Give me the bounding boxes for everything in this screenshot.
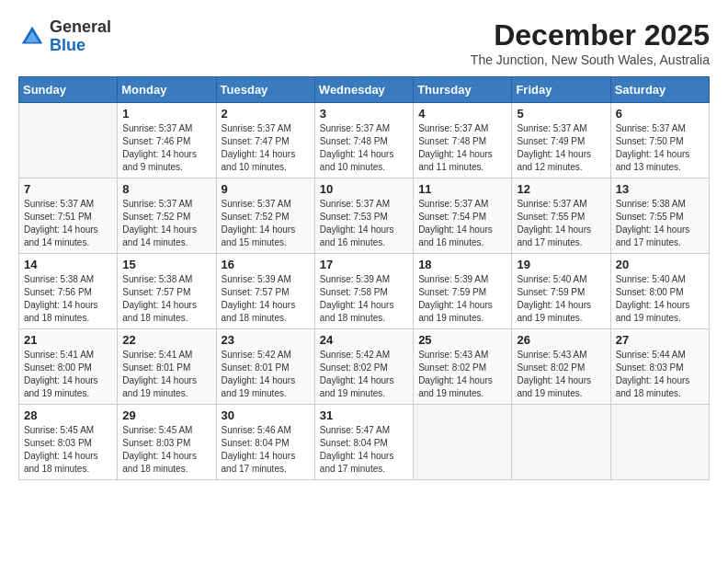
day-number: 17	[320, 258, 408, 271]
day-cell: 2Sunrise: 5:37 AM Sunset: 7:47 PM Daylig…	[216, 103, 314, 178]
day-cell	[414, 405, 512, 480]
day-cell: 5Sunrise: 5:37 AM Sunset: 7:49 PM Daylig…	[512, 103, 610, 178]
day-info: Sunrise: 5:39 AM Sunset: 7:58 PM Dayligh…	[320, 273, 408, 325]
day-info: Sunrise: 5:38 AM Sunset: 7:57 PM Dayligh…	[122, 273, 210, 325]
header-day-friday: Friday	[512, 77, 610, 103]
day-cell: 4Sunrise: 5:37 AM Sunset: 7:48 PM Daylig…	[414, 103, 512, 178]
day-number: 5	[517, 107, 605, 121]
day-number: 18	[418, 258, 506, 271]
day-number: 15	[122, 258, 210, 271]
day-info: Sunrise: 5:43 AM Sunset: 8:02 PM Dayligh…	[418, 349, 506, 400]
day-cell: 19Sunrise: 5:40 AM Sunset: 7:59 PM Dayli…	[512, 254, 610, 329]
day-number: 16	[222, 258, 310, 271]
logo-general-text: General	[50, 18, 111, 37]
day-number: 13	[616, 182, 704, 196]
day-cell: 21Sunrise: 5:41 AM Sunset: 8:00 PM Dayli…	[19, 329, 118, 405]
day-cell: 10Sunrise: 5:37 AM Sunset: 7:53 PM Dayli…	[314, 178, 413, 254]
day-cell: 15Sunrise: 5:38 AM Sunset: 7:57 PM Dayli…	[118, 254, 216, 329]
day-info: Sunrise: 5:42 AM Sunset: 8:02 PM Dayligh…	[320, 349, 408, 400]
day-info: Sunrise: 5:37 AM Sunset: 7:50 PM Dayligh…	[616, 122, 704, 174]
day-info: Sunrise: 5:46 AM Sunset: 8:04 PM Dayligh…	[222, 424, 310, 476]
day-info: Sunrise: 5:45 AM Sunset: 8:03 PM Dayligh…	[24, 424, 112, 476]
day-cell: 12Sunrise: 5:37 AM Sunset: 7:55 PM Dayli…	[512, 178, 610, 254]
day-cell	[19, 103, 118, 178]
day-info: Sunrise: 5:37 AM Sunset: 7:47 PM Dayligh…	[222, 122, 310, 174]
day-cell: 11Sunrise: 5:37 AM Sunset: 7:54 PM Dayli…	[414, 178, 512, 254]
day-number: 28	[24, 408, 112, 422]
day-info: Sunrise: 5:47 AM Sunset: 8:04 PM Dayligh…	[320, 424, 408, 476]
day-info: Sunrise: 5:37 AM Sunset: 7:55 PM Dayligh…	[517, 198, 605, 249]
day-number: 22	[122, 333, 210, 347]
day-cell: 8Sunrise: 5:37 AM Sunset: 7:52 PM Daylig…	[118, 178, 216, 254]
title-block: December 2025 The Junction, New South Wa…	[471, 18, 710, 67]
header-day-sunday: Sunday	[19, 77, 118, 103]
day-info: Sunrise: 5:38 AM Sunset: 7:56 PM Dayligh…	[24, 273, 112, 325]
day-number: 20	[616, 258, 704, 271]
day-cell: 14Sunrise: 5:38 AM Sunset: 7:56 PM Dayli…	[19, 254, 118, 329]
week-row-2: 7Sunrise: 5:37 AM Sunset: 7:51 PM Daylig…	[19, 178, 710, 254]
day-number: 21	[24, 333, 112, 347]
header-day-thursday: Thursday	[414, 77, 512, 103]
week-row-4: 21Sunrise: 5:41 AM Sunset: 8:00 PM Dayli…	[19, 329, 710, 405]
day-info: Sunrise: 5:40 AM Sunset: 7:59 PM Dayligh…	[517, 273, 605, 325]
day-number: 25	[418, 333, 506, 347]
day-info: Sunrise: 5:44 AM Sunset: 8:03 PM Dayligh…	[616, 349, 704, 400]
day-cell: 1Sunrise: 5:37 AM Sunset: 7:46 PM Daylig…	[118, 103, 216, 178]
day-cell: 6Sunrise: 5:37 AM Sunset: 7:50 PM Daylig…	[610, 103, 709, 178]
day-cell: 3Sunrise: 5:37 AM Sunset: 7:48 PM Daylig…	[314, 103, 413, 178]
day-cell: 7Sunrise: 5:37 AM Sunset: 7:51 PM Daylig…	[19, 178, 118, 254]
day-number: 3	[320, 107, 408, 121]
day-info: Sunrise: 5:37 AM Sunset: 7:53 PM Dayligh…	[320, 198, 408, 249]
day-number: 27	[616, 333, 704, 347]
day-number: 1	[122, 107, 210, 121]
day-info: Sunrise: 5:37 AM Sunset: 7:46 PM Dayligh…	[122, 122, 210, 174]
day-cell: 29Sunrise: 5:45 AM Sunset: 8:03 PM Dayli…	[118, 405, 216, 480]
day-number: 6	[616, 107, 704, 121]
day-cell: 16Sunrise: 5:39 AM Sunset: 7:57 PM Dayli…	[216, 254, 314, 329]
day-cell: 17Sunrise: 5:39 AM Sunset: 7:58 PM Dayli…	[314, 254, 413, 329]
day-cell: 20Sunrise: 5:40 AM Sunset: 8:00 PM Dayli…	[610, 254, 709, 329]
day-number: 24	[320, 333, 408, 347]
day-cell	[610, 405, 709, 480]
day-info: Sunrise: 5:40 AM Sunset: 8:00 PM Dayligh…	[616, 273, 704, 325]
day-number: 2	[222, 107, 310, 121]
header-day-saturday: Saturday	[610, 77, 709, 103]
day-info: Sunrise: 5:37 AM Sunset: 7:49 PM Dayligh…	[517, 122, 605, 174]
day-cell: 28Sunrise: 5:45 AM Sunset: 8:03 PM Dayli…	[19, 405, 118, 480]
day-cell: 30Sunrise: 5:46 AM Sunset: 8:04 PM Dayli…	[216, 405, 314, 480]
day-cell: 18Sunrise: 5:39 AM Sunset: 7:59 PM Dayli…	[414, 254, 512, 329]
location: The Junction, New South Wales, Australia	[471, 52, 710, 67]
day-info: Sunrise: 5:37 AM Sunset: 7:54 PM Dayligh…	[418, 198, 506, 249]
logo-text: General Blue	[50, 18, 111, 55]
day-number: 4	[418, 107, 506, 121]
day-cell: 13Sunrise: 5:38 AM Sunset: 7:55 PM Dayli…	[610, 178, 709, 254]
day-number: 31	[320, 408, 408, 422]
day-number: 23	[222, 333, 310, 347]
day-info: Sunrise: 5:37 AM Sunset: 7:48 PM Dayligh…	[320, 122, 408, 174]
day-info: Sunrise: 5:37 AM Sunset: 7:52 PM Dayligh…	[222, 198, 310, 249]
calendar-body: 1Sunrise: 5:37 AM Sunset: 7:46 PM Daylig…	[19, 103, 710, 480]
day-number: 19	[517, 258, 605, 271]
month-title: December 2025	[471, 18, 710, 52]
day-number: 9	[222, 182, 310, 196]
header-day-monday: Monday	[118, 77, 216, 103]
day-info: Sunrise: 5:45 AM Sunset: 8:03 PM Dayligh…	[122, 424, 210, 476]
day-number: 12	[517, 182, 605, 196]
day-number: 14	[24, 258, 112, 271]
day-info: Sunrise: 5:37 AM Sunset: 7:51 PM Dayligh…	[24, 198, 112, 249]
day-cell: 26Sunrise: 5:43 AM Sunset: 8:02 PM Dayli…	[512, 329, 610, 405]
calendar-header: SundayMondayTuesdayWednesdayThursdayFrid…	[19, 77, 710, 103]
calendar-table: SundayMondayTuesdayWednesdayThursdayFrid…	[18, 76, 710, 480]
day-info: Sunrise: 5:43 AM Sunset: 8:02 PM Dayligh…	[517, 349, 605, 400]
week-row-1: 1Sunrise: 5:37 AM Sunset: 7:46 PM Daylig…	[19, 103, 710, 178]
logo: General Blue	[18, 18, 111, 55]
day-info: Sunrise: 5:41 AM Sunset: 8:01 PM Dayligh…	[122, 349, 210, 400]
header-day-tuesday: Tuesday	[216, 77, 314, 103]
day-info: Sunrise: 5:42 AM Sunset: 8:01 PM Dayligh…	[222, 349, 310, 400]
page-header: General Blue December 2025 The Junction,…	[18, 18, 710, 67]
day-cell: 25Sunrise: 5:43 AM Sunset: 8:02 PM Dayli…	[414, 329, 512, 405]
day-cell: 23Sunrise: 5:42 AM Sunset: 8:01 PM Dayli…	[216, 329, 314, 405]
day-info: Sunrise: 5:41 AM Sunset: 8:00 PM Dayligh…	[24, 349, 112, 400]
day-info: Sunrise: 5:38 AM Sunset: 7:55 PM Dayligh…	[616, 198, 704, 249]
logo-blue-text: Blue	[50, 37, 111, 55]
